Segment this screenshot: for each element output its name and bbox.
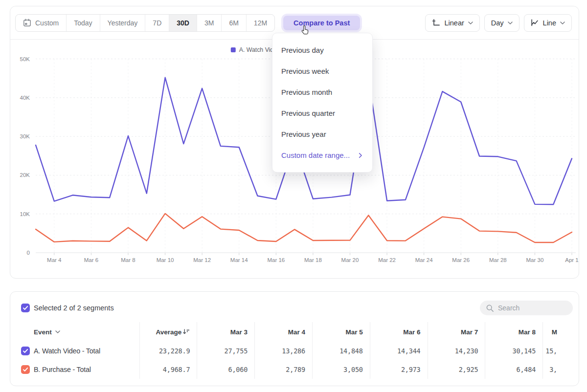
- svg-text:Mar 4: Mar 4: [47, 257, 62, 263]
- table-header-bar: Selected 2 of 2 segments: [10, 292, 579, 322]
- svg-text:Apr 1: Apr 1: [565, 257, 579, 263]
- line-chart-icon: [531, 19, 539, 27]
- event-header-label: Event: [34, 328, 52, 336]
- chart-type-dropdown-button[interactable]: Line: [524, 14, 572, 32]
- select-all-checkbox[interactable]: [21, 304, 30, 312]
- event-column: EventA. Watch Video - TotalB. Purchase -…: [10, 322, 139, 379]
- range-label: Custom: [35, 19, 59, 27]
- svg-text:20K: 20K: [20, 172, 30, 178]
- column-header-mar-4[interactable]: Mar 4: [255, 322, 312, 342]
- range-7d[interactable]: 7D: [145, 15, 169, 31]
- legend-swatch: [231, 47, 236, 52]
- segment-checkbox-b-purchase-total[interactable]: [21, 365, 30, 374]
- compare-to-past-button[interactable]: Compare to Past: [283, 16, 360, 30]
- selected-segments-summary: Selected 2 of 2 segments: [34, 304, 114, 312]
- table-cell: 3,050: [313, 360, 370, 379]
- svg-text:Mar 26: Mar 26: [452, 257, 470, 263]
- svg-text:Mar 18: Mar 18: [304, 257, 322, 263]
- svg-text:Mar 12: Mar 12: [193, 257, 211, 263]
- date-column-mar-4: Mar 413,2862,789: [254, 322, 312, 379]
- svg-text:Mar 8: Mar 8: [121, 257, 135, 263]
- column-header-mar-6[interactable]: Mar 6: [370, 322, 428, 342]
- toolbar-right-group: Linear Day Line: [425, 14, 572, 32]
- column-header-mar-8[interactable]: Mar 8: [485, 322, 542, 342]
- menu-item-custom-date-range[interactable]: Custom date range...: [272, 145, 372, 166]
- segments-table-card: Selected 2 of 2 segments EventA. Watch V…: [10, 291, 579, 386]
- menu-item-label: Previous quarter: [281, 109, 335, 117]
- range-yesterday[interactable]: Yesterday: [100, 15, 146, 31]
- menu-item-previous-day[interactable]: Previous day: [272, 40, 372, 61]
- range-12m[interactable]: 12M: [247, 15, 274, 31]
- svg-text:Mar 6: Mar 6: [84, 257, 98, 263]
- menu-item-label: Custom date range...: [281, 151, 350, 159]
- date-column-mar-8: Mar 830,1456,484: [485, 322, 542, 379]
- range-custom[interactable]: Custom: [16, 15, 67, 31]
- range-label: 6M: [229, 19, 238, 27]
- scale-dropdown-button[interactable]: Linear: [425, 14, 479, 32]
- svg-text:Mar 24: Mar 24: [415, 257, 433, 263]
- checkmark-icon: [23, 305, 28, 310]
- date-column-mar-5: Mar 514,8483,050: [312, 322, 370, 379]
- menu-item-previous-quarter[interactable]: Previous quarter: [272, 103, 372, 124]
- svg-text:Mar 28: Mar 28: [489, 257, 507, 263]
- menu-item-previous-month[interactable]: Previous month: [272, 82, 372, 103]
- date-column-mar-6: Mar 614,3442,973: [370, 322, 428, 379]
- range-label: Yesterday: [108, 19, 138, 27]
- event-column-header[interactable]: Event: [10, 322, 139, 342]
- search-input[interactable]: [498, 304, 562, 312]
- clipped-table-cell: 3,: [543, 360, 579, 379]
- date-column-mar-3: Mar 327,7556,060: [197, 322, 254, 379]
- table-cell: 2,925: [428, 360, 485, 379]
- table-cell: 6,484: [485, 360, 542, 379]
- column-header-mar-3[interactable]: Mar 3: [197, 322, 254, 342]
- range-6m[interactable]: 6M: [222, 15, 246, 31]
- menu-item-previous-year[interactable]: Previous year: [272, 124, 372, 145]
- compare-to-past-menu: Previous dayPrevious weekPrevious monthP…: [272, 33, 373, 173]
- average-value: 23,228.9: [140, 342, 197, 360]
- svg-text:Mar 10: Mar 10: [157, 257, 174, 263]
- segment-row-label: A. Watch Video - Total: [10, 342, 139, 360]
- average-header-label: Average: [156, 328, 182, 336]
- average-value: 4,968.7: [140, 360, 197, 379]
- range-today[interactable]: Today: [67, 15, 100, 31]
- average-column-header[interactable]: Average: [140, 322, 197, 342]
- segment-row-label: B. Purchase - Total: [10, 360, 139, 379]
- average-column: Average23,228.94,968.7: [139, 322, 197, 379]
- svg-text:30K: 30K: [20, 133, 30, 139]
- search-box[interactable]: [480, 301, 573, 315]
- column-header-mar-7[interactable]: Mar 7: [428, 322, 485, 342]
- table-cell: 14,344: [370, 342, 428, 360]
- segment-label: B. Purchase - Total: [34, 366, 91, 373]
- table-cell: 14,848: [313, 342, 370, 360]
- table-cell: 2,789: [255, 360, 312, 379]
- chevron-down-icon: [508, 22, 513, 24]
- table-cell: 14,230: [428, 342, 485, 360]
- calendar-icon: [23, 19, 31, 27]
- axis-scale-icon: [432, 19, 440, 27]
- range-30d[interactable]: 30D: [169, 15, 197, 31]
- segment-checkbox-a-watch-video-total[interactable]: [21, 347, 30, 355]
- clipped-column-header: M: [543, 322, 579, 342]
- svg-text:Mar 16: Mar 16: [267, 257, 285, 263]
- menu-item-previous-week[interactable]: Previous week: [272, 61, 372, 82]
- chevron-right-icon: [359, 152, 363, 158]
- range-label: 30D: [177, 19, 189, 27]
- range-3m[interactable]: 3M: [197, 15, 222, 31]
- series-line-b-purchase-total: [36, 214, 572, 242]
- range-label: 12M: [254, 19, 267, 27]
- svg-text:Mar 30: Mar 30: [526, 257, 544, 263]
- segment-label: A. Watch Video - Total: [34, 347, 100, 355]
- axis-ticks: [54, 253, 572, 255]
- svg-text:Mar 22: Mar 22: [378, 257, 396, 263]
- range-label: 7D: [153, 19, 161, 27]
- svg-text:10K: 10K: [20, 211, 30, 217]
- clipped-table-cell: 15,: [543, 342, 579, 360]
- svg-text:Mar 20: Mar 20: [341, 257, 359, 263]
- range-label: 3M: [204, 19, 214, 27]
- table-cell: 27,755: [197, 342, 254, 360]
- interval-dropdown-button[interactable]: Day: [484, 14, 519, 32]
- table-cell: 13,286: [255, 342, 312, 360]
- chart-type-label: Line: [543, 19, 556, 27]
- segments-table: EventA. Watch Video - TotalB. Purchase -…: [10, 322, 579, 379]
- column-header-mar-5[interactable]: Mar 5: [313, 322, 370, 342]
